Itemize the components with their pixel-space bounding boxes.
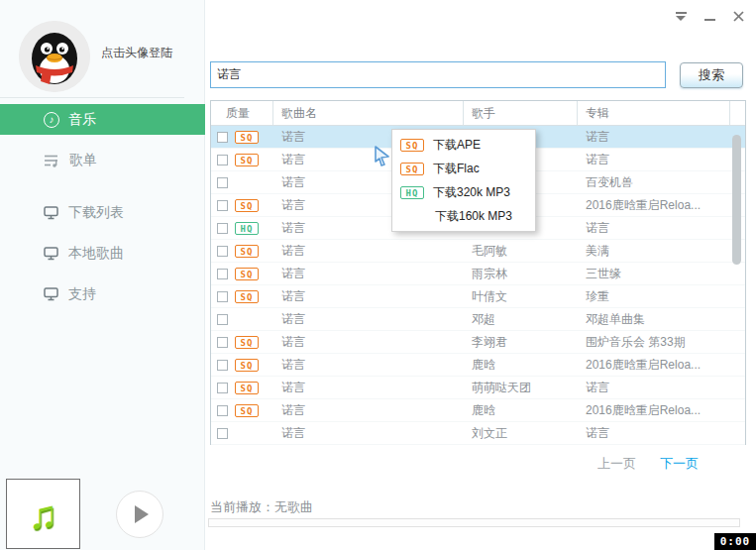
- singer-cell: 叶倩文: [464, 285, 578, 307]
- sidebar-item-label: 支持: [68, 285, 96, 303]
- now-playing-value: 无歌曲: [274, 499, 313, 514]
- sidebar-item-songlist[interactable]: 歌单: [0, 145, 205, 175]
- search-input[interactable]: [210, 61, 666, 88]
- sidebar-item-label: 下载列表: [68, 204, 124, 222]
- time-display: 0:00: [714, 533, 756, 550]
- context-menu-item[interactable]: SQ下载Flac: [392, 157, 535, 180]
- spacer-cell: [730, 354, 745, 376]
- music-note-circle-icon: ♪: [44, 112, 59, 128]
- table-row[interactable]: 诺言邓超邓超单曲集: [211, 308, 745, 331]
- quality-cell: [211, 308, 273, 330]
- album-cell: 2016鹿晗重启Reloa...: [578, 354, 730, 376]
- row-checkbox[interactable]: [217, 314, 228, 325]
- singer-cell: 鹿晗: [464, 354, 578, 376]
- song-name-cell: 诺言: [273, 308, 464, 330]
- quality-cell: SQ: [211, 331, 273, 353]
- playback-progress-bar[interactable]: [208, 518, 740, 527]
- row-checkbox[interactable]: [217, 132, 228, 143]
- quality-cell: SQ: [211, 240, 273, 262]
- login-prompt[interactable]: 点击头像登陆: [101, 45, 172, 61]
- scrollbar-thumb[interactable]: [732, 135, 741, 265]
- table-row[interactable]: SQ诺言萌萌哒天团诺言: [211, 377, 745, 399]
- minimize-icon[interactable]: [702, 9, 716, 23]
- search-button[interactable]: 搜索: [680, 62, 743, 88]
- spacer-cell: [730, 308, 745, 330]
- context-menu-item[interactable]: HQ下载320k MP3: [392, 180, 535, 204]
- next-page-link[interactable]: 下一页: [660, 455, 699, 473]
- singer-cell: 萌萌哒天团: [464, 377, 578, 398]
- mouse-cursor: [374, 145, 391, 169]
- sidebar-item-music[interactable]: ♪ 音乐: [0, 104, 205, 135]
- album-cell: 诺言: [578, 126, 730, 148]
- sidebar-item-label: 歌单: [69, 152, 97, 169]
- app-window: 点击头像登陆 ♪ 音乐 歌单: [0, 0, 756, 550]
- song-name-cell: 诺言: [273, 422, 464, 444]
- sidebar-item-download-list[interactable]: 下载列表: [0, 197, 205, 228]
- row-checkbox[interactable]: [217, 291, 228, 302]
- row-checkbox[interactable]: [217, 223, 228, 234]
- row-checkbox[interactable]: [217, 269, 228, 279]
- sq-quality-badge: SQ: [235, 199, 259, 212]
- song-name-cell: 诺言: [273, 354, 464, 376]
- sq-quality-badge: SQ: [400, 139, 424, 152]
- music-note-icon: ♫: [29, 495, 58, 534]
- table-row[interactable]: SQ诺言李翊君围炉音乐会 第33期: [211, 331, 745, 354]
- row-checkbox[interactable]: [217, 383, 228, 393]
- download-context-menu: SQ下载APESQ下载FlacHQ下载320k MP3下载160k MP3: [391, 129, 536, 232]
- spacer-cell: [730, 263, 745, 284]
- skin-icon[interactable]: [674, 9, 688, 23]
- quality-cell: SQ: [211, 285, 273, 307]
- spacer-cell: [730, 422, 745, 444]
- header-quality: 质量: [211, 101, 273, 125]
- row-checkbox[interactable]: [217, 337, 228, 348]
- context-menu-item[interactable]: 下载160k MP3: [392, 204, 535, 228]
- monitor-icon: [44, 206, 59, 220]
- quality-cell: [211, 422, 273, 444]
- quality-cell: HQ: [211, 217, 273, 239]
- context-menu-item[interactable]: SQ下载APE: [392, 133, 535, 157]
- row-checkbox[interactable]: [217, 155, 228, 165]
- sidebar-item-label: 本地歌曲: [68, 245, 124, 263]
- quality-cell: SQ: [211, 377, 273, 398]
- table-row[interactable]: SQ诺言鹿晗2016鹿晗重启Reloa...: [211, 399, 745, 422]
- album-cell: 诺言: [578, 217, 730, 239]
- now-playing-status: 当前播放：无歌曲: [210, 498, 313, 516]
- spacer-cell: [730, 285, 745, 307]
- sq-quality-badge: SQ: [235, 336, 259, 349]
- album-cell: 邓超单曲集: [578, 308, 730, 330]
- singer-cell: 毛阿敏: [464, 240, 578, 262]
- prev-page-link[interactable]: 上一页: [597, 455, 636, 473]
- header-singer: 歌手: [464, 101, 578, 125]
- sidebar-item-support[interactable]: 支持: [0, 278, 205, 309]
- sidebar-item-local-songs[interactable]: 本地歌曲: [0, 238, 205, 269]
- album-cell: 围炉音乐会 第33期: [578, 331, 730, 353]
- row-checkbox[interactable]: [217, 246, 228, 257]
- table-row[interactable]: SQ诺言雨宗林三世缘: [211, 263, 745, 285]
- row-checkbox[interactable]: [217, 428, 228, 439]
- qq-penguin-avatar[interactable]: [19, 21, 90, 92]
- quality-cell: SQ: [211, 354, 273, 376]
- sq-quality-badge: SQ: [235, 290, 259, 303]
- row-checkbox[interactable]: [217, 177, 228, 188]
- spacer-cell: [730, 377, 745, 398]
- spacer-cell: [730, 399, 745, 421]
- playlist-icon: [44, 154, 60, 167]
- row-checkbox[interactable]: [217, 200, 228, 211]
- table-row[interactable]: 诺言刘文正诺言: [211, 422, 745, 445]
- row-checkbox[interactable]: [217, 360, 228, 371]
- close-icon[interactable]: [731, 9, 745, 23]
- table-row[interactable]: SQ诺言叶倩文珍重: [211, 285, 745, 308]
- album-cell: 诺言: [578, 422, 730, 444]
- table-row[interactable]: SQ诺言鹿晗2016鹿晗重启Reloa...: [211, 354, 745, 377]
- header-song: 歌曲名: [273, 101, 464, 125]
- sidebar-divider: [0, 97, 184, 98]
- hq-quality-badge: HQ: [400, 186, 424, 199]
- row-checkbox[interactable]: [217, 405, 228, 416]
- song-name-cell: 诺言: [273, 331, 464, 353]
- table-row[interactable]: SQ诺言毛阿敏美满: [211, 240, 745, 263]
- context-menu-item-label: 下载Flac: [433, 161, 480, 177]
- play-button[interactable]: [116, 491, 163, 538]
- context-menu-item-label: 下载APE: [433, 137, 481, 154]
- album-cell: 诺言: [578, 377, 730, 398]
- album-cell: 2016鹿晗重启Reloa...: [578, 399, 730, 421]
